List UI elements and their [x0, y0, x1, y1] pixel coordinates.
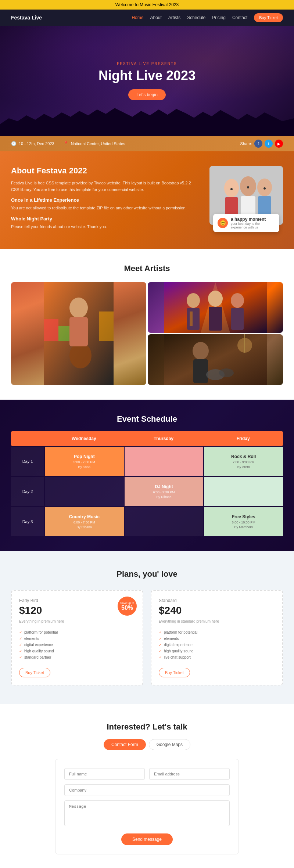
feature-item: digital experience [159, 642, 275, 648]
feature-item: high quality sound [19, 648, 135, 654]
schedule-cell-d3-thu [125, 507, 204, 536]
nav-link-contact[interactable]: Contact [232, 15, 247, 20]
email-input[interactable] [149, 768, 230, 780]
hero-title: Night Live 2023 [98, 68, 196, 83]
buy-ticket-button[interactable]: Buy Ticket [254, 13, 283, 22]
about-subtitle2: Whole Night Party [11, 216, 198, 221]
schedule-tab-thursday[interactable]: Thursday [124, 431, 204, 446]
nav-logo: Festava Live [11, 15, 42, 21]
happy-title: a happy moment [231, 217, 275, 222]
contact-form-container: Send message [55, 759, 239, 854]
event-free-styles-title: Free Styles [232, 514, 255, 519]
schedule-tab-friday[interactable]: Friday [203, 431, 283, 446]
svg-rect-15 [69, 317, 88, 346]
buy-ticket-early-button[interactable]: Buy Ticket [19, 668, 50, 677]
schedule-day3-label: Day 3 [11, 507, 44, 536]
nav-link-about[interactable]: About [150, 15, 161, 20]
nav-link-home[interactable]: Home [132, 15, 143, 20]
artist-image-large [11, 282, 146, 385]
nav-link-pricing[interactable]: Pricing [212, 15, 226, 20]
save-badge: Save up to 50% [118, 597, 137, 616]
event-rock-roll-artist: By Arem [237, 465, 250, 469]
schedule-section: Event Schedule Wednesday Thursday Friday… [0, 400, 294, 551]
artists-section-title: Meet Artists [11, 264, 283, 273]
announcement-bar: Welcome to Music Festival 2023 [0, 0, 294, 10]
svg-point-14 [69, 298, 88, 318]
feature-item: high quality sound [159, 648, 275, 654]
feature-item: elements [19, 635, 135, 642]
about-image-container: 😊 a happy moment your best day to the ex… [209, 166, 283, 225]
pricing-title: Plans, you' love [11, 569, 283, 579]
male-musician-photo [148, 334, 283, 385]
svg-point-8 [247, 186, 249, 188]
event-date: 🕐 10 - 12th, Dec 2023 [11, 141, 54, 146]
event-dj-night-artist: By Rihana [156, 495, 172, 499]
about-text: About Festava 2022 Festiva Live is free … [11, 166, 198, 234]
event-dj-night-time: 6:30 - 9:30 PM [153, 490, 175, 494]
svg-point-34 [219, 368, 234, 377]
svg-rect-17 [58, 326, 69, 341]
company-input[interactable] [64, 784, 230, 796]
svg-point-9 [263, 187, 266, 190]
plan-features-early: platform for potential elements digital … [19, 629, 135, 660]
svg-rect-16 [44, 319, 58, 341]
svg-point-31 [193, 342, 209, 360]
event-date-text: 10 - 12th, Dec 2023 [19, 141, 54, 146]
about-section: About Festava 2022 Festiva Live is free … [0, 151, 294, 249]
event-free-styles-time: 6:00 - 10:00 PM [232, 521, 255, 524]
schedule-tab-wednesday[interactable]: Wednesday [44, 431, 124, 446]
form-row-company [64, 784, 230, 796]
nav-link-schedule[interactable]: Schedule [187, 15, 205, 20]
event-location-text: National Center, United States [71, 141, 125, 146]
artists-section: Meet Artists [0, 249, 294, 400]
pricing-cards: Save up to 50% Early Bird $120 Everythin… [11, 590, 283, 685]
schedule-day2-label: Day 2 [11, 477, 44, 506]
schedule-cell-d3-fri: Free Styles 6:00 - 10:00 PM By Members [204, 507, 283, 536]
svg-rect-22 [187, 308, 200, 330]
schedule-day1-label: Day 1 [11, 447, 44, 476]
event-pop-night-artist: By Anna [78, 465, 91, 469]
event-country-time: 6:00 - 7:30 PM [74, 521, 95, 524]
event-pop-night-title: Pop Night [74, 454, 95, 459]
facebook-share-icon[interactable]: f [254, 140, 262, 148]
schedule-cell-d2-thu: DJ Night 6:30 - 9:30 PM By Rihana [125, 477, 204, 506]
lets-begin-button[interactable]: Let's begin [128, 89, 166, 100]
svg-point-7 [230, 188, 233, 190]
twitter-share-icon[interactable]: t [265, 140, 273, 148]
svg-rect-27 [190, 311, 193, 326]
form-row-name-email [64, 768, 230, 780]
message-textarea[interactable] [64, 800, 230, 826]
hero-content: FESTIVA LIVE PRESENTS Night Live 2023 Le… [98, 62, 196, 100]
about-text2: Please tell your friends about our websi… [11, 224, 198, 230]
schedule-cell-d2-wed [45, 477, 124, 506]
full-name-input[interactable] [64, 768, 145, 780]
event-country-title: Country Music [69, 514, 100, 519]
plan-features-standard: platform for potential elements digital … [159, 629, 275, 660]
event-country-artist: By Rihana [77, 525, 92, 529]
event-pop-night-time: 5:00 - 7:00 PM [74, 460, 95, 464]
svg-rect-24 [209, 307, 222, 331]
youtube-share-icon[interactable]: ▶ [275, 140, 283, 148]
pricing-card-early-bird: Save up to 50% Early Bird $120 Everythin… [11, 590, 143, 685]
calendar-icon: 🕐 [11, 141, 17, 146]
schedule-title: Event Schedule [11, 414, 283, 424]
about-text1: You are not allowed to redistribute the … [11, 205, 198, 212]
navigation: Festava Live Home About Artists Schedule… [0, 10, 294, 26]
band-photo [148, 282, 283, 333]
svg-rect-18 [99, 311, 114, 341]
about-desc: Festiva Live is free CSS template provid… [11, 180, 198, 193]
nav-link-artists[interactable]: Artists [168, 15, 180, 20]
svg-rect-26 [231, 308, 244, 330]
contact-form-tab[interactable]: Contact Form [104, 739, 146, 750]
event-dj-night-title: DJ Night [155, 484, 173, 489]
send-message-button[interactable]: Send message [121, 833, 173, 845]
google-maps-tab[interactable]: Google Maps [149, 739, 190, 750]
schedule-cell-d1-wed: Pop Night 5:00 - 7:00 PM By Anna [45, 447, 124, 476]
contact-section: Interested? Let's talk Contact Form Goog… [0, 704, 294, 868]
buy-ticket-standard-button[interactable]: Buy Ticket [159, 668, 190, 677]
artist-image-solo [148, 334, 283, 385]
hero-info-left: 🕐 10 - 12th, Dec 2023 📍 National Center,… [11, 141, 125, 146]
plan-type-standard: Standard [159, 598, 275, 603]
save-badge-top: Save up to [120, 601, 134, 605]
svg-point-25 [231, 293, 244, 308]
